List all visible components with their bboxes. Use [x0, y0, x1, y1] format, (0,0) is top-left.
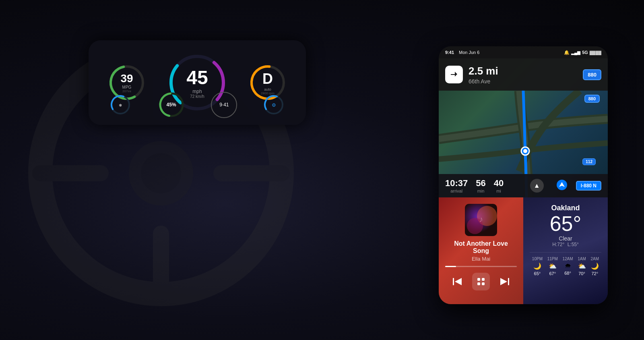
svg-rect-33	[477, 282, 480, 285]
svg-rect-32	[482, 278, 485, 281]
status-time: 9:41	[445, 50, 454, 55]
svg-marker-30	[455, 278, 462, 285]
speed-unit-kmh: 72 km/h	[186, 94, 208, 99]
weather-temperature: 65°	[530, 212, 601, 235]
svg-marker-36	[500, 278, 507, 285]
clock-time: 9·41	[219, 102, 229, 108]
album-art-svg: ♪	[465, 204, 497, 236]
mpg-unit: MPG	[120, 85, 133, 89]
svg-rect-34	[482, 282, 485, 285]
next-icon	[499, 276, 510, 287]
fuel-gauge: 45%	[157, 91, 186, 119]
turn-right-icon	[449, 70, 459, 79]
music-controls	[445, 273, 517, 290]
mpg-value: 39	[120, 72, 133, 85]
eta-expand-button[interactable]: ▲	[530, 179, 544, 193]
svg-rect-29	[453, 278, 454, 285]
grid-button[interactable]	[472, 273, 490, 290]
highway-bottom-badge: I-880 N	[576, 181, 601, 191]
prev-icon	[452, 276, 463, 287]
turn-arrow	[445, 66, 463, 83]
weather-city: Oakland	[530, 204, 601, 212]
status-left: 9:41 Mon Jun 6	[445, 50, 479, 55]
maps-logo	[556, 179, 568, 191]
next-button[interactable]	[496, 273, 514, 290]
bottom-panels: ♪ Not Another Love Song Ella Mai	[439, 197, 608, 304]
battery-icon: ▓▓▓▓	[590, 50, 601, 55]
coolant-arc: ❄	[109, 94, 132, 116]
weather-hi-lo: H:72° L:55°	[530, 242, 601, 247]
eta-minutes: 56 min	[476, 178, 485, 193]
progress-bar	[445, 266, 517, 267]
svg-text:⚙: ⚙	[272, 102, 276, 108]
weather-lo: L:55°	[568, 242, 579, 247]
weather-hourly: 10PM 🌙 65° 11PM ⛅ 67° 12AM 🌧 68° 1AM ⛅	[530, 252, 601, 276]
song-artist: Ella Mai	[445, 256, 517, 262]
music-panel[interactable]: ♪ Not Another Love Song Ella Mai	[439, 197, 523, 304]
oil-arc: ⚙	[263, 94, 285, 116]
eta-arrival-label: arrival	[445, 189, 468, 193]
eta-arrival-time: 10:37	[445, 178, 468, 189]
oil-gauge: ⚙	[263, 94, 285, 116]
svg-text:❄: ❄	[119, 103, 122, 108]
speed-unit-mph: mph	[186, 89, 208, 94]
coolant-gauge: ❄	[109, 94, 132, 116]
weather-condition: Clear	[530, 235, 601, 242]
bell-icon: 🔔	[564, 50, 570, 55]
svg-text:♪: ♪	[479, 215, 483, 224]
album-art-image: ♪	[465, 204, 497, 236]
svg-rect-31	[477, 278, 480, 281]
eta-miles: 40 mi	[494, 178, 504, 193]
nav-info: 2.5 mi 66th Ave	[469, 65, 577, 85]
weather-hi: H:72°	[552, 242, 564, 247]
weather-hour-1: 11PM ⛅ 67°	[547, 257, 558, 276]
eta-min-label: min	[476, 189, 485, 193]
speed-value: 45	[186, 66, 208, 89]
grid-icon	[477, 277, 485, 286]
nav-distance: 2.5 mi	[469, 65, 577, 77]
eta-min-value: 56	[476, 178, 485, 189]
dashboard-cluster: 39 MPG 207mi 45 mph 72 km/h D auto 2800 …	[89, 40, 306, 125]
svg-point-6	[141, 153, 181, 193]
fuel-value: 45%	[167, 102, 176, 108]
eta-arrival: 10:37 arrival	[445, 178, 468, 193]
highway-badge-top: 880	[583, 69, 601, 80]
gear-value: D	[261, 70, 275, 87]
mpg-sub: 207mi	[120, 89, 133, 93]
weather-hour-3: 1AM ⛅ 70°	[578, 257, 586, 276]
status-bar: 9:41 Mon Jun 6 🔔 ▂▄▆ 5G ▓▓▓▓	[439, 46, 608, 58]
eta-bar: 10:37 arrival 56 min 40 mi ▲ I-880 N	[439, 174, 608, 197]
weather-hour-4: 2AM 🌙 72°	[591, 257, 599, 276]
eta-miles-label: mi	[494, 189, 504, 193]
signal-icon: ▂▄▆	[571, 50, 580, 55]
svg-point-23	[523, 149, 527, 153]
gear-rpm: 2800 rpm	[261, 91, 275, 95]
nav-instruction: 2.5 mi 66th Ave 880	[439, 58, 608, 91]
carplay-phone: 9:41 Mon Jun 6 🔔 ▂▄▆ 5G ▓▓▓▓	[439, 46, 608, 304]
highway-112-badge: 112	[582, 158, 596, 165]
map-section[interactable]: 2.5 mi 66th Ave 880 880 112 10:37 arriva…	[439, 58, 608, 197]
clock-display: 9·41	[211, 92, 237, 118]
weather-hour-0: 10PM 🌙 65°	[532, 257, 543, 276]
weather-panel: Oakland 65° Clear H:72° L:55° 10PM 🌙 65°…	[523, 197, 608, 304]
progress-fill	[445, 266, 456, 267]
album-art: ♪	[465, 204, 497, 236]
eta-miles-value: 40	[494, 178, 504, 189]
highway-map-badge: 880	[584, 95, 600, 103]
network-type: 5G	[582, 50, 588, 55]
status-right: 🔔 ▂▄▆ 5G ▓▓▓▓	[564, 50, 601, 55]
prev-button[interactable]	[448, 273, 466, 290]
nav-street: 66th Ave	[469, 78, 577, 85]
svg-rect-35	[508, 278, 509, 285]
weather-hour-2: 12AM 🌧 68°	[562, 257, 573, 276]
song-title: Not Another Love Song	[445, 240, 517, 255]
status-date: Mon Jun 6	[459, 50, 479, 55]
gear-sub: auto	[261, 87, 275, 91]
